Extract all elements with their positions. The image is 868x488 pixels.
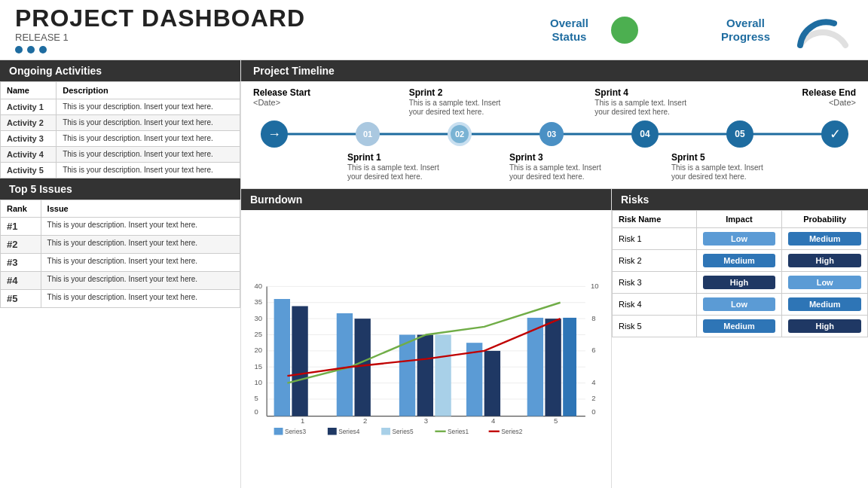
overall-status-block: OverallStatus (550, 17, 588, 44)
svg-text:Series1: Series1 (448, 428, 469, 435)
risk-impact: Medium (696, 316, 782, 337)
bar-g2-s4 (355, 319, 371, 416)
issues-col-rank: Rank (1, 200, 41, 218)
issue-row: #4This is your description. Insert your … (1, 272, 240, 290)
right-column: Project Timeline Release Start <Date> Sp… (241, 60, 868, 488)
header: PROJECT DASHBOARD RELEASE 1 OverallStatu… (0, 0, 868, 60)
issue-rank: #1 (1, 218, 41, 236)
issue-rank: #5 (1, 290, 41, 308)
risk-probability: High (782, 250, 868, 272)
svg-text:2: 2 (591, 394, 595, 402)
label-sprint2: Sprint 2 This is a sample text. Insert y… (409, 87, 515, 116)
risk-row: Risk 3 High Low (613, 272, 868, 294)
label-sprint5: Sprint 5 This is a sample text. Insert y… (671, 152, 777, 181)
overall-progress-label: OverallProgress (721, 17, 770, 44)
issue-description: This is your description. Insert your te… (41, 236, 240, 254)
node-04: 04 (631, 120, 659, 148)
activity-row: Activity 3This is your description. Inse… (1, 131, 240, 147)
main-content: Ongoing Activities Name Description Acti… (0, 60, 868, 488)
issues-table: Rank Issue #1This is your description. I… (0, 200, 240, 308)
activity-name: Activity 3 (1, 131, 57, 147)
risk-row: Risk 5 Medium High (613, 316, 868, 337)
bar-g1-s4 (292, 307, 307, 416)
svg-text:35: 35 (255, 297, 263, 306)
activity-row: Activity 2This is your description. Inse… (1, 115, 240, 131)
issue-row: #5This is your description. Insert your … (1, 290, 240, 308)
node-01: 01 (356, 122, 380, 146)
bar-g5-s5 (563, 318, 576, 416)
node-end: ✓ (821, 120, 848, 148)
bar-g5-s4 (545, 319, 561, 416)
issue-rank: #3 (1, 254, 41, 272)
ongoing-activities-section: Ongoing Activities Name Description Acti… (0, 60, 240, 178)
svg-text:30: 30 (255, 314, 263, 322)
risk-probability: Medium (782, 294, 868, 316)
timeline-section: Project Timeline Release Start <Date> Sp… (241, 60, 868, 189)
activity-description: This is your description. Insert your te… (57, 131, 240, 147)
issue-description: This is your description. Insert your te… (41, 290, 240, 308)
issues-header: Top 5 Issues (0, 178, 240, 200)
timeline-bottom-labels: Sprint 1 This is a sample text. Insert y… (253, 152, 856, 181)
risk-probability: High (782, 316, 868, 337)
svg-rect-32 (328, 428, 337, 435)
label-sprint3: Sprint 3 This is a sample text. Insert y… (509, 152, 615, 181)
issue-row: #3This is your description. Insert your … (1, 254, 240, 272)
node-05: 05 (726, 120, 753, 148)
label-sprint1: Sprint 1 This is a sample text. Insert y… (347, 152, 453, 181)
bar-g4-s4 (484, 351, 500, 416)
timeline-nodes: → 01 02 03 04 05 ✓ (261, 119, 848, 149)
bar-g2-s3 (337, 313, 353, 416)
svg-rect-30 (274, 428, 283, 435)
svg-text:1: 1 (301, 416, 304, 425)
burndown-svg: 40 35 30 25 20 15 10 5 0 10 8 6 (247, 213, 605, 485)
node-02: 02 (448, 122, 472, 146)
activity-description: This is your description. Insert your te… (57, 115, 240, 131)
risk-impact: High (696, 272, 782, 294)
svg-text:2: 2 (363, 416, 367, 425)
timeline-top-labels: Release Start <Date> Sprint 2 This is a … (253, 87, 856, 116)
risk-probability: Low (782, 272, 868, 294)
status-circle (611, 17, 638, 44)
svg-text:0: 0 (591, 407, 595, 416)
issue-description: This is your description. Insert your te… (41, 272, 240, 290)
risks-table: Risk Name Impact Probability Risk 1 Low … (612, 210, 868, 337)
label-sprint4: Sprint 4 This is a sample text. Insert y… (594, 87, 700, 116)
risks-col-probability: Probability (782, 211, 868, 228)
issues-col-issue: Issue (41, 200, 240, 218)
subtitle: RELEASE 1 (15, 32, 550, 43)
risk-name: Risk 2 (613, 250, 697, 272)
activity-description: This is your description. Insert your te… (57, 147, 240, 163)
issue-rank: #4 (1, 272, 41, 290)
svg-text:10: 10 (255, 378, 263, 386)
label-release-start: Release Start <Date> (253, 87, 329, 116)
activity-row: Activity 1This is your description. Inse… (1, 99, 240, 115)
node-start: → (261, 120, 288, 148)
svg-text:3: 3 (424, 416, 428, 425)
svg-text:25: 25 (255, 330, 263, 338)
risk-row: Risk 2 Medium High (613, 250, 868, 272)
svg-text:Series2: Series2 (501, 428, 523, 435)
node-03: 03 (539, 122, 564, 146)
page-title: PROJECT DASHBOARD (15, 6, 550, 30)
svg-text:Series5: Series5 (392, 428, 414, 435)
overall-progress-block: OverallProgress (721, 17, 770, 44)
timeline-track: → 01 02 03 04 05 ✓ (261, 119, 848, 149)
activity-name: Activity 1 (1, 99, 57, 115)
svg-text:Series3: Series3 (285, 428, 307, 435)
risks-section: Risks Risk Name Impact Probability Risk … (612, 189, 868, 488)
activity-row: Activity 4This is your description. Inse… (1, 147, 240, 163)
burndown-section: Burndown 40 35 30 25 20 15 10 5 0 (241, 189, 612, 488)
risk-impact: Low (696, 294, 782, 316)
dashboard: PROJECT DASHBOARD RELEASE 1 OverallStatu… (0, 0, 868, 488)
activity-name: Activity 5 (1, 163, 57, 178)
svg-text:20: 20 (255, 346, 263, 354)
overall-status-label: OverallStatus (550, 17, 588, 44)
activities-col-description: Description (57, 82, 240, 99)
bar-g3-s4 (417, 335, 433, 416)
risk-probability: Medium (782, 228, 868, 250)
svg-text:4: 4 (491, 416, 495, 425)
burndown-header: Burndown (241, 189, 611, 210)
bottom-row: Burndown 40 35 30 25 20 15 10 5 0 (241, 189, 868, 488)
activity-row: Activity 5This is your description. Inse… (1, 163, 240, 178)
activities-col-name: Name (1, 82, 57, 99)
